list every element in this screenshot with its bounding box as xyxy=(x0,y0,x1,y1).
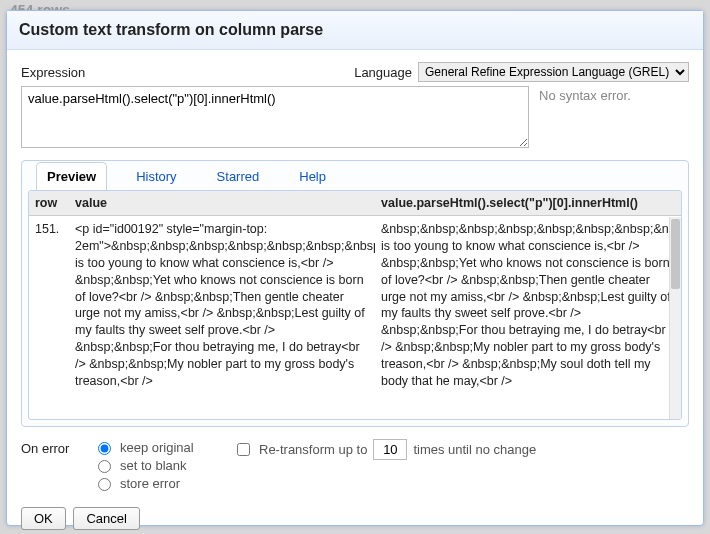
preview-table: row value value.parseHtml().select("p")[… xyxy=(29,191,681,395)
radio-store-error[interactable]: store error xyxy=(93,475,233,491)
expression-input[interactable] xyxy=(21,86,529,148)
tab-starred[interactable]: Starred xyxy=(206,162,271,191)
cell-row: 151. xyxy=(29,216,69,395)
radio-keep-original[interactable]: keep original xyxy=(93,439,233,455)
options-row: On error keep original set to blank stor… xyxy=(21,439,689,493)
preview-header-row: row value value.parseHtml().select("p")[… xyxy=(29,191,681,216)
col-value-header: value xyxy=(69,191,375,216)
dialog-footer: OK Cancel xyxy=(7,501,703,534)
cell-value: <p id="id00192" style="margin-top: 2em">… xyxy=(69,216,375,395)
on-error-label: On error xyxy=(21,439,93,456)
retransform-checkbox[interactable] xyxy=(237,443,250,456)
tab-history[interactable]: History xyxy=(125,162,187,191)
scrollbar-thumb[interactable] xyxy=(671,219,680,289)
retransform-prefix: Re-transform up to xyxy=(259,442,367,457)
transform-dialog: Custom text transform on column parse Ex… xyxy=(6,10,704,526)
dialog-body: Expression Language General Refine Expre… xyxy=(7,50,703,501)
app-backdrop: 454 rows Custom text transform on column… xyxy=(0,0,710,534)
col-result-header: value.parseHtml().select("p")[0].innerHt… xyxy=(375,191,681,216)
radio-keep-original-label: keep original xyxy=(120,440,194,455)
retransform-group: Re-transform up to times until no change xyxy=(233,439,536,460)
preview-scrollbar[interactable] xyxy=(669,217,681,419)
radio-keep-original-input[interactable] xyxy=(98,442,111,455)
preview-pane: row value value.parseHtml().select("p")[… xyxy=(28,190,682,420)
results-panel: Preview History Starred Help xyxy=(21,160,689,427)
cell-result: &nbsp;&nbsp;&nbsp;&nbsp;&nbsp;&nbsp;&nbs… xyxy=(375,216,681,395)
table-row: 151. <p id="id00192" style="margin-top: … xyxy=(29,216,681,395)
error-radio-group: keep original set to blank store error xyxy=(93,439,233,493)
expression-label: Expression xyxy=(21,65,85,80)
radio-store-error-label: store error xyxy=(120,476,180,491)
language-label: Language xyxy=(354,65,412,80)
retransform-suffix: times until no change xyxy=(413,442,536,457)
dialog-title: Custom text transform on column parse xyxy=(7,11,703,50)
syntax-status: No syntax error. xyxy=(539,86,689,103)
tabs: Preview History Starred Help xyxy=(28,160,682,189)
retransform-count-input[interactable] xyxy=(373,439,407,460)
language-select[interactable]: General Refine Expression Language (GREL… xyxy=(418,62,689,82)
col-row-header: row xyxy=(29,191,69,216)
ok-button[interactable]: OK xyxy=(21,507,66,530)
tab-help[interactable]: Help xyxy=(288,162,337,191)
expression-row: No syntax error. xyxy=(21,86,689,148)
radio-set-blank-label: set to blank xyxy=(120,458,187,473)
radio-set-blank[interactable]: set to blank xyxy=(93,457,233,473)
radio-set-blank-input[interactable] xyxy=(98,460,111,473)
radio-store-error-input[interactable] xyxy=(98,478,111,491)
expression-header-row: Expression Language General Refine Expre… xyxy=(21,62,689,82)
tab-preview[interactable]: Preview xyxy=(36,162,107,191)
cancel-button[interactable]: Cancel xyxy=(73,507,139,530)
